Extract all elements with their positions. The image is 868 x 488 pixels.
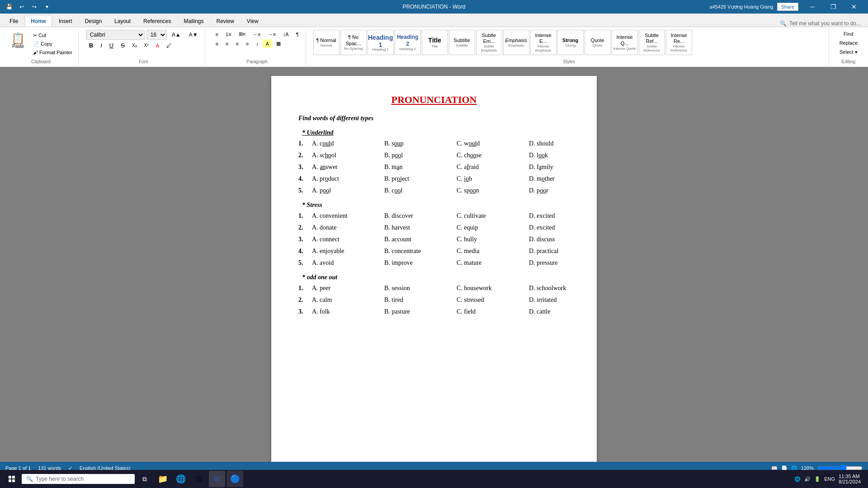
bullets-button[interactable]: ≡: [212, 30, 222, 38]
document-page[interactable]: PRONUNCIATION Find words of different ty…: [271, 76, 597, 462]
style-intense-quote[interactable]: Intense Q...Intense Quote: [612, 30, 638, 55]
replace-button[interactable]: Replace: [836, 39, 861, 47]
question-row: 3.A. folkB. pastureC. fieldD. cattle: [298, 308, 570, 315]
style-heading-1[interactable]: Heading 1Heading 1: [368, 30, 394, 55]
tab-design[interactable]: Design: [79, 15, 108, 27]
find-button[interactable]: Find: [836, 30, 861, 38]
tab-layout[interactable]: Layout: [108, 15, 137, 27]
subscript-button[interactable]: X₂: [129, 42, 140, 49]
question-row: 2.A. donateB. harvestC. equipD. excited: [298, 224, 570, 231]
share-button[interactable]: Share: [777, 3, 798, 11]
option-b: B. harvest: [384, 224, 457, 231]
style-strong[interactable]: StrongStrong: [557, 30, 584, 55]
line-spacing-button[interactable]: ↕: [253, 39, 262, 48]
question-row: 5.A. avoidB. improveC. matureD. pressure: [298, 259, 570, 267]
increase-indent-button[interactable]: →≡: [264, 30, 278, 38]
question-row: 1.A. couldB. soupC. wouldD. should: [298, 140, 570, 147]
close-button[interactable]: ✕: [844, 0, 864, 14]
redo-button[interactable]: ↪: [29, 1, 40, 12]
question-row: 3.A. answerB. manC. afraidD. family: [298, 164, 570, 171]
option-d: D. poor: [529, 187, 601, 194]
section2-questions: 1.A. convenientB. discoverC. cultivateD.…: [298, 212, 570, 267]
taskbar-file-explorer[interactable]: 📁: [155, 471, 171, 487]
style-subtle-emphasis[interactable]: Subtle Em...Subtle Emphasis: [476, 30, 502, 55]
font-color-button[interactable]: A: [153, 42, 162, 50]
style-title[interactable]: TitleTitle: [422, 30, 448, 55]
style-normal[interactable]: ¶ NormalNormal: [313, 30, 340, 55]
search-placeholder: Type here to search: [36, 476, 84, 482]
app-title: PRONUNCIATION - Word: [403, 4, 466, 10]
format-painter-button[interactable]: 🖌 Format Painter: [31, 49, 75, 56]
option-c: C. bully: [457, 236, 529, 243]
taskbar-search[interactable]: 🔍 Type here to search: [22, 474, 135, 484]
decrease-indent-button[interactable]: ←≡: [250, 30, 264, 38]
style-intense-reference[interactable]: Intense Re...Intense Reference: [666, 30, 692, 55]
style-no-spacing[interactable]: ¶ No Spac...No Spacing: [340, 30, 367, 55]
option-b: B. cool: [384, 187, 457, 194]
bold-button[interactable]: B: [86, 41, 96, 50]
align-left-button[interactable]: ≡: [212, 39, 222, 48]
tab-home[interactable]: Home: [25, 15, 52, 27]
restore-button[interactable]: ❐: [823, 0, 844, 14]
highlight-button[interactable]: 🖊: [163, 42, 175, 50]
clipboard-group: 📋 Paste ✂ Cut 📄 Copy 🖌 Format Painter Cl…: [4, 29, 79, 65]
cut-button[interactable]: ✂ Cut: [31, 32, 75, 39]
underline-button[interactable]: U: [106, 41, 117, 50]
select-button[interactable]: Select ▾: [836, 48, 861, 56]
taskbar-word[interactable]: W: [209, 471, 225, 487]
question-row: 1.A. convenientB. discoverC. cultivateD.…: [298, 212, 570, 220]
shading-button[interactable]: A: [263, 39, 272, 48]
taskbar-edge[interactable]: 🌐: [173, 471, 189, 487]
font-name-select[interactable]: Calibri: [86, 30, 145, 40]
numbering-button[interactable]: 1≡: [222, 30, 235, 38]
start-button[interactable]: [4, 471, 20, 487]
task-view-button[interactable]: ⧉: [137, 471, 153, 487]
option-a: A. convenient: [312, 212, 384, 220]
strikethrough-button[interactable]: S: [118, 41, 128, 50]
question-row: 4.A. enjoyableB. concentrateC. mediaD. p…: [298, 248, 570, 255]
tab-insert[interactable]: Insert: [53, 15, 78, 27]
show-hide-button[interactable]: ¶: [293, 30, 302, 38]
paste-button[interactable]: 📋 Paste: [7, 32, 29, 55]
font-shrink-button[interactable]: A▼: [186, 30, 201, 39]
align-center-button[interactable]: ≡: [222, 39, 231, 48]
style-intense-emphasis[interactable]: Intense E...Intense Emphasis: [530, 30, 557, 55]
customize-quick-access-button[interactable]: ▾: [42, 1, 52, 12]
style-subtitle[interactable]: SubtitleSubtitle: [449, 30, 475, 55]
window-controls: ─ ❐ ✕: [802, 0, 864, 14]
tab-review[interactable]: Review: [210, 15, 240, 27]
undo-button[interactable]: ↩: [16, 1, 27, 12]
tab-references[interactable]: References: [137, 15, 177, 27]
copy-button[interactable]: 📄 Copy: [31, 40, 75, 48]
paragraph-group: ≡ 1≡ ⊞≡ ←≡ →≡ ↕A ¶ ≡ ≡ ≡ ≡ ↕ A ▦ Paragra…: [209, 29, 306, 65]
section2-header: * Stress: [302, 202, 570, 209]
user-name: a45426 Vương Hoàng Giang: [709, 4, 773, 10]
style-heading-2[interactable]: Heading 2Heading 2: [395, 30, 421, 55]
option-b: B. tired: [384, 296, 457, 304]
style-subtle-reference[interactable]: Subtle Ref...Subtle Reference: [639, 30, 665, 55]
font-size-select[interactable]: 16 89101112141824: [146, 30, 167, 40]
align-right-button[interactable]: ≡: [232, 39, 241, 48]
style-quote[interactable]: QuoteQuote: [585, 30, 611, 55]
sort-button[interactable]: ↕A: [280, 30, 292, 38]
save-button[interactable]: 💾: [4, 1, 14, 12]
borders-button[interactable]: ▦: [273, 39, 284, 48]
tab-view[interactable]: View: [241, 15, 264, 27]
tab-mailings[interactable]: Mailings: [178, 15, 209, 27]
option-a: A. donate: [312, 224, 384, 231]
document-area[interactable]: PRONUNCIATION Find words of different ty…: [0, 67, 868, 462]
italic-button[interactable]: I: [97, 41, 105, 50]
justify-button[interactable]: ≡: [243, 39, 252, 48]
minimize-button[interactable]: ─: [802, 0, 823, 14]
style-emphasis[interactable]: EmphasisEmphasis: [503, 30, 529, 55]
superscript-button[interactable]: X²: [141, 42, 152, 49]
question-row: 2.A. schoolB. poolC. chooseD. look: [298, 152, 570, 159]
option-b: B. discover: [384, 212, 457, 220]
multilevel-list-button[interactable]: ⊞≡: [236, 30, 249, 38]
font-grow-button[interactable]: A▲: [169, 30, 184, 39]
tab-file[interactable]: File: [4, 15, 24, 27]
option-a: A. school: [312, 152, 384, 159]
taskbar-chrome[interactable]: ⊙: [191, 471, 207, 487]
taskbar-chrome2[interactable]: 🔵: [227, 471, 243, 487]
tell-me-input[interactable]: Tell me what you want to do...: [789, 20, 861, 27]
